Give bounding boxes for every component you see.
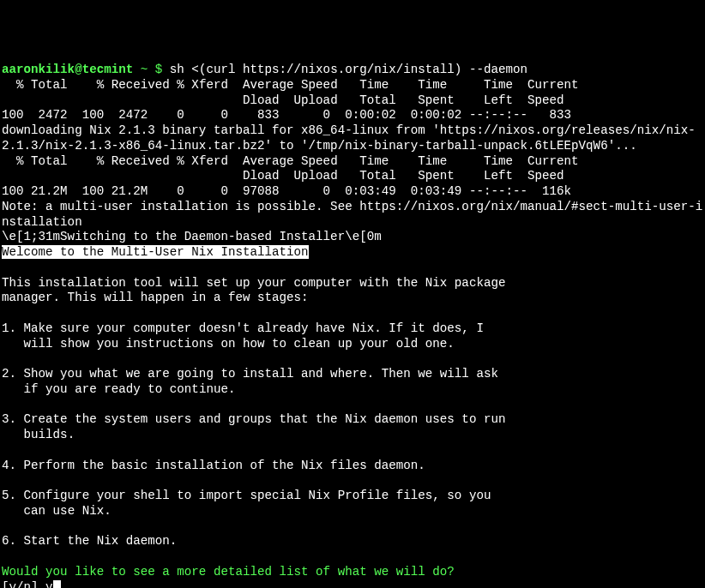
answer-input[interactable]: y (45, 580, 53, 589)
curl-header-4: Dload Upload Total Spent Left Speed (2, 169, 564, 183)
step-5-line-a: 5. Configure your shell to import specia… (2, 489, 491, 502)
step-5-line-b: can use Nix. (2, 504, 111, 518)
prompt-command: sh <(curl https://nixos.org/nix/install)… (170, 63, 527, 76)
curl-header-1: % Total % Received % Xferd Average Speed… (2, 78, 579, 92)
curl-header-3: % Total % Received % Xferd Average Speed… (2, 154, 579, 168)
step-6: 6. Start the Nix daemon. (2, 534, 177, 548)
intro-line-1: This installation tool will set up your … (2, 276, 505, 290)
curl-header-2: Dload Upload Total Spent Left Speed (2, 93, 564, 107)
step-2-line-b: if you are ready to continue. (2, 382, 235, 396)
prompt-user-host: aaronkilik@tecmint (2, 63, 133, 76)
step-4: 4. Perform the basic installation of the… (2, 459, 425, 472)
welcome-header: Welcome to the Multi-User Nix Installati… (2, 245, 309, 259)
terminal-output: aaronkilik@tecmint ~ $ sh <(curl https:/… (2, 63, 703, 588)
question-prompt: Would you like to see a more detailed li… (2, 565, 455, 579)
prompt-separator: ~ $ (133, 63, 170, 76)
intro-line-2: manager. This will happen in a few stage… (2, 291, 309, 304)
step-1-line-a: 1. Make sure your computer doesn't alrea… (2, 321, 484, 335)
terminal-cursor[interactable] (53, 580, 61, 589)
curl-progress-2: 100 21.2M 100 21.2M 0 0 97088 0 0:03:49 … (2, 184, 571, 198)
curl-progress-1: 100 2472 100 2472 0 0 833 0 0:00:02 0:00… (2, 108, 571, 122)
step-3-line-a: 3. Create the system users and groups th… (2, 412, 505, 426)
step-1-line-b: will show you instructions on how to cle… (2, 337, 455, 351)
step-2-line-a: 2. Show you what we are going to install… (2, 367, 498, 381)
escape-sequence-line: \e[1;31mSwitching to the Daemon-based In… (2, 230, 382, 243)
download-message: downloading Nix 2.1.3 binary tarball for… (2, 123, 696, 153)
step-3-line-b: builds. (2, 428, 75, 441)
answer-prompt-label: [y/n] (2, 580, 45, 589)
multiuser-note: Note: a multi-user installation is possi… (2, 200, 702, 229)
